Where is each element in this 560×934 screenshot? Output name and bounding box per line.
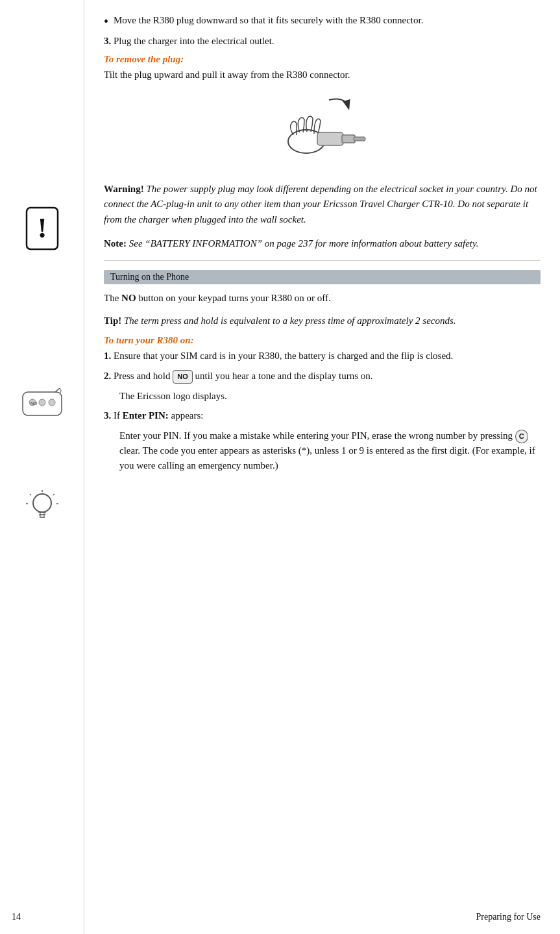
note-text: See “BATTERY INFORMATION” on page 237 fo… — [129, 238, 479, 249]
substep-3-bold: Enter PIN: — [123, 410, 169, 421]
substep-3-post: appears: — [169, 410, 204, 421]
substep-3-number: 3. — [104, 410, 111, 421]
turn-on-heading: To turn your R380 on: — [104, 335, 541, 346]
tip-text: The term press and hold is equivalent to… — [124, 315, 456, 326]
footer-label: Preparing for Use — [476, 912, 541, 922]
c-button-inline: C — [515, 430, 528, 443]
bullet-dot: • — [104, 13, 108, 30]
note-block: Note: See “BATTERY INFORMATION” on page … — [104, 236, 541, 251]
svg-rect-22 — [354, 137, 365, 141]
bullet-item-move-plug: • Move the R380 plug downward so that it… — [104, 13, 541, 30]
page-number: 14 — [12, 912, 21, 922]
tip-block: Tip! The term press and hold is equivale… — [104, 313, 541, 328]
warning-block: Warning! The power supply plug may look … — [104, 182, 541, 227]
substep-3-detail-post: clear. The code you enter appears as ast… — [119, 445, 535, 471]
svg-line-7 — [55, 388, 60, 392]
main-content: • Move the R380 plug downward so that it… — [84, 0, 560, 934]
substep-3-detail-pre: Enter your PIN. If you make a mistake wh… — [119, 430, 515, 441]
svg-point-8 — [33, 494, 51, 512]
intro-text-post: button on your keypad turns your R380 on… — [136, 293, 331, 303]
page-footer: 14 Preparing for Use — [0, 912, 560, 922]
substep-2-pre: Press and hold — [114, 371, 173, 381]
substep-3-pre: If — [114, 410, 123, 421]
section-divider — [104, 260, 541, 261]
lightbulb-sidebar-icon — [25, 490, 59, 529]
svg-point-4 — [39, 399, 45, 406]
remove-plug-heading: To remove the plug: — [104, 54, 541, 65]
warning-icon: ! — [25, 206, 59, 258]
tip-label: Tip! — [104, 315, 121, 326]
step-3-charger: 3. Plug the charger into the electrical … — [104, 34, 541, 49]
bullet-text-move-plug: Move the R380 plug downward so that it f… — [114, 13, 423, 30]
substep-1-number: 1. — [104, 350, 111, 361]
note-label: Note: — [104, 238, 127, 249]
plug-illustration — [104, 95, 541, 169]
no-button-sidebar-icon: NO — [19, 388, 65, 422]
substep-3: 3. If Enter PIN: appears: — [104, 408, 541, 423]
substep-2: 2. Press and hold NO until you hear a to… — [104, 369, 541, 384]
intro-bold-no: NO — [121, 293, 136, 303]
step-3-text: Plug the charger into the electrical out… — [114, 36, 274, 46]
svg-line-16 — [53, 494, 55, 495]
svg-text:NO: NO — [30, 401, 38, 406]
svg-text:!: ! — [37, 212, 47, 244]
substep-3-detail: Enter your PIN. If you make a mistake wh… — [119, 428, 541, 474]
substep-2-post: until you hear a tone and the display tu… — [193, 371, 373, 381]
svg-point-5 — [49, 399, 55, 406]
svg-rect-20 — [317, 132, 343, 145]
section-header-turning-on: Turning on the Phone — [104, 270, 541, 284]
sidebar: ! NO — [0, 0, 84, 934]
no-button-inline: NO — [173, 370, 193, 384]
svg-rect-21 — [342, 135, 355, 143]
warning-text: The power supply plug may look different… — [104, 184, 537, 225]
step-3-number: 3. — [104, 36, 111, 46]
substep-1-text: Ensure that your SIM card is in your R38… — [114, 350, 453, 361]
substep-1: 1. Ensure that your SIM card is in your … — [104, 349, 541, 363]
page-container: ! NO — [0, 0, 560, 934]
warning-label: Warning! — [104, 184, 144, 194]
intro-text-pre: The — [104, 293, 121, 303]
substep-2-number: 2. — [104, 371, 111, 381]
svg-line-15 — [30, 494, 31, 495]
substep-2-extra: The Ericsson logo displays. — [119, 389, 541, 404]
remove-plug-text: Tilt the plug upward and pull it away fr… — [104, 68, 541, 82]
intro-text: The NO button on your keypad turns your … — [104, 291, 541, 306]
